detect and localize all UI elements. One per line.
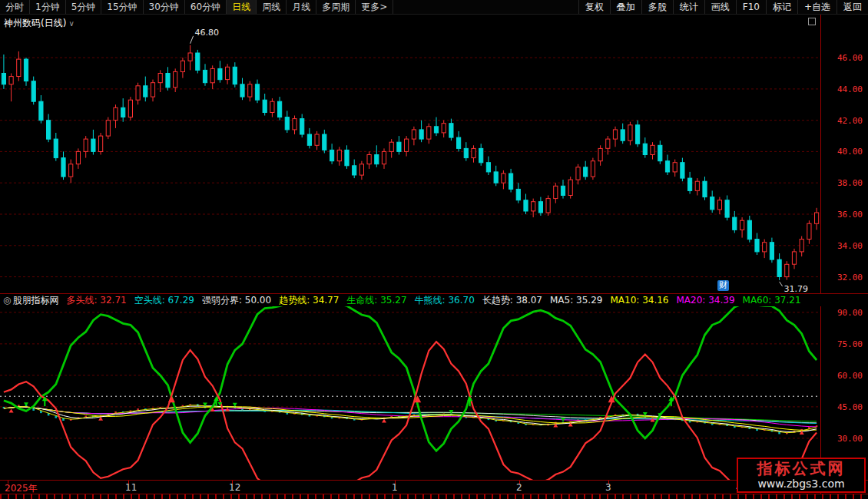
price-axis-label: 42.00 bbox=[837, 116, 863, 126]
watermark-title: 指标公式网 bbox=[757, 460, 846, 478]
legend-item: 强弱分界: 50.00 bbox=[202, 294, 271, 306]
price-axis-label: 38.00 bbox=[837, 178, 863, 188]
legend-item: 空头线: 67.29 bbox=[134, 294, 194, 306]
news-badge[interactable]: 财 bbox=[717, 280, 729, 291]
menu-item[interactable]: 统计 bbox=[673, 0, 704, 14]
high-pointer bbox=[190, 36, 194, 44]
watermark: 指标公式网 www.zbgs3.com bbox=[737, 458, 866, 493]
bottom-divider bbox=[0, 494, 868, 494]
low-pointer bbox=[780, 282, 783, 286]
menu-item[interactable]: 画线 bbox=[704, 0, 736, 14]
legend-item: MA60: 37.21 bbox=[743, 294, 801, 306]
price-axis-label: 44.00 bbox=[837, 84, 863, 94]
legend-item: 长趋势: 38.07 bbox=[482, 294, 542, 306]
menu-item[interactable]: 15分钟 bbox=[101, 0, 143, 14]
price-axis: 46.0044.0042.0040.0038.0036.0034.0032.00 bbox=[821, 14, 868, 294]
indicator-gridlines bbox=[0, 312, 820, 438]
legend-item: MA10: 34.16 bbox=[610, 294, 668, 306]
candles bbox=[2, 45, 818, 280]
indicator-axis-label: 75.00 bbox=[837, 339, 863, 349]
price-axis-label: 34.00 bbox=[837, 241, 863, 251]
menu-item[interactable]: 日线 bbox=[227, 0, 257, 14]
candlestick-chart[interactable]: 46.8031.79 bbox=[0, 14, 820, 294]
signal-markers bbox=[9, 395, 804, 435]
indicator-chart[interactable] bbox=[0, 306, 820, 480]
time-label: 3 bbox=[605, 482, 611, 493]
legend-item: 多头线: 32.71 bbox=[66, 294, 126, 306]
period-menu: 分时1分钟5分钟15分钟30分钟60分钟日线周线月线多周期更多> bbox=[0, 0, 393, 14]
menu-item[interactable]: 多股 bbox=[641, 0, 673, 14]
bear-oscillator-line bbox=[4, 306, 817, 451]
time-axis: 2025年11121234 bbox=[0, 481, 820, 494]
indicator-axis: 90.0075.0060.0045.0030.00 bbox=[821, 306, 868, 480]
tools-menu: 复权叠加多股统计画线F10标记+自选返回 bbox=[578, 0, 868, 14]
legend-item: 牛熊线: 36.70 bbox=[415, 294, 475, 306]
indicator-header: ◎股朋指标网多头线: 32.71空头线: 67.29强弱分界: 50.00趋势线… bbox=[0, 294, 822, 306]
legend-item: 生命线: 35.27 bbox=[346, 294, 406, 306]
legend-item: MA20: 34.39 bbox=[676, 294, 734, 306]
indicator-axis-label: 90.00 bbox=[837, 308, 863, 318]
menu-item[interactable]: 叠加 bbox=[610, 0, 641, 14]
menu-item[interactable]: 更多> bbox=[356, 0, 393, 14]
menu-item[interactable]: 60分钟 bbox=[185, 0, 227, 14]
watermark-url: www.zbgs3.com bbox=[757, 478, 844, 491]
stock-title: 神州数码(日线) bbox=[4, 18, 66, 28]
collapse-icon[interactable]: ◎ bbox=[3, 295, 11, 306]
menu-item[interactable]: 周线 bbox=[257, 0, 287, 14]
menu-item[interactable]: 复权 bbox=[578, 0, 610, 14]
time-label: 12 bbox=[229, 482, 240, 493]
price-axis-label: 36.00 bbox=[837, 210, 863, 220]
ma-lines bbox=[4, 405, 817, 433]
menu-item[interactable]: 标记 bbox=[766, 0, 797, 14]
time-label: 1 bbox=[392, 482, 398, 493]
legend-item: MA5: 35.29 bbox=[550, 294, 602, 306]
indicator-name[interactable]: ◎股朋指标网 bbox=[3, 294, 58, 306]
menu-item[interactable]: 返回 bbox=[837, 0, 868, 14]
indicator-axis-label: 30.00 bbox=[837, 434, 863, 444]
time-label: 2 bbox=[516, 482, 522, 493]
indicator-axis-label: 60.00 bbox=[837, 371, 863, 381]
axis-divider bbox=[820, 14, 821, 494]
menu-item[interactable]: 多周期 bbox=[316, 0, 356, 14]
high-annotation: 46.80 bbox=[195, 28, 220, 38]
chevron-down-icon[interactable]: ∨ bbox=[68, 19, 74, 28]
expand-icon[interactable] bbox=[808, 18, 816, 25]
trading-app-window: 分时1分钟5分钟15分钟30分钟60分钟日线周线月线多周期更多> 复权叠加多股统… bbox=[0, 0, 868, 499]
bottom-ticks bbox=[0, 494, 868, 499]
menu-item[interactable]: 5分钟 bbox=[66, 0, 102, 14]
menu-item[interactable]: +自选 bbox=[797, 0, 837, 14]
low-annotation: 31.79 bbox=[784, 284, 809, 294]
price-gridlines bbox=[0, 58, 820, 277]
menu-item[interactable]: 分时 bbox=[0, 0, 30, 14]
indicator-axis-label: 45.00 bbox=[837, 402, 863, 412]
menu-item[interactable]: 月线 bbox=[287, 0, 316, 14]
menu-item[interactable]: 30分钟 bbox=[144, 0, 185, 14]
price-axis-label: 32.00 bbox=[837, 273, 863, 283]
chart-title[interactable]: 神州数码(日线)∨ bbox=[4, 17, 75, 30]
menubar: 分时1分钟5分钟15分钟30分钟60分钟日线周线月线多周期更多> 复权叠加多股统… bbox=[0, 0, 868, 15]
time-label: 11 bbox=[125, 482, 137, 493]
price-axis-label: 46.00 bbox=[837, 53, 863, 63]
bull-oscillator-line bbox=[4, 342, 817, 480]
price-axis-label: 40.00 bbox=[837, 147, 863, 157]
menu-item[interactable]: F10 bbox=[736, 0, 766, 14]
legend-item: 趋势线: 34.77 bbox=[279, 294, 339, 306]
time-label: 2025年 bbox=[5, 482, 38, 495]
menu-item[interactable]: 1分钟 bbox=[30, 0, 66, 14]
